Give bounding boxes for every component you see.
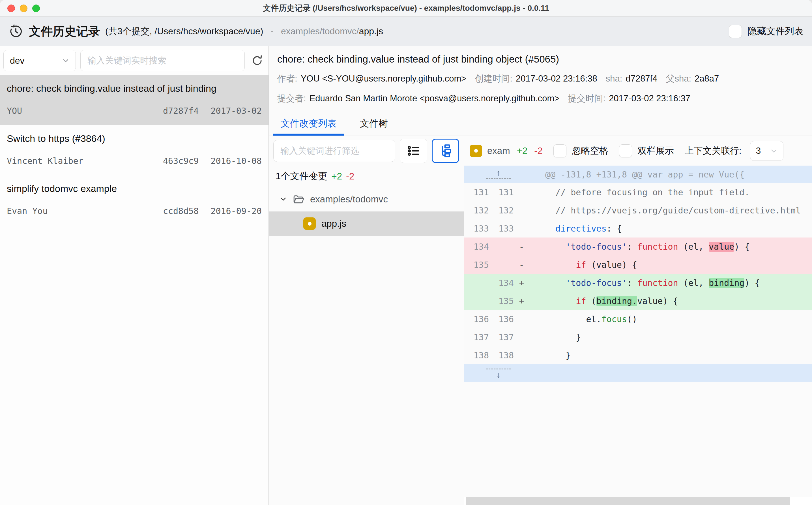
old-line-number: 138 xyxy=(464,350,489,360)
ignore-whitespace-toggle[interactable]: 忽略空格 xyxy=(553,144,608,157)
new-line-number: 134 xyxy=(489,278,514,288)
hide-file-list-label: 隐藏文件列表 xyxy=(748,25,804,38)
commit-item-meta: YOUd7287f42017-03-02 xyxy=(7,106,262,116)
parent-sha-label: 父sha: xyxy=(666,73,691,85)
sha-value: d7287f4 xyxy=(625,73,657,84)
file-change-summary: 1个文件变更 +2 -2 xyxy=(269,166,464,187)
context-lines-select[interactable]: 3 xyxy=(750,141,783,161)
expand-up-button[interactable]: ↑ xyxy=(464,169,533,180)
commit-list-item[interactable]: Switch to https (#3864)Vincent Klaiber46… xyxy=(0,125,269,175)
diff-file-info: exam +2 -2 xyxy=(470,145,543,157)
diff-sign: + xyxy=(514,278,529,288)
hide-file-list-toggle[interactable]: 隐藏文件列表 xyxy=(729,25,804,38)
diff-empty-area xyxy=(464,382,812,497)
added-lines-count: +2 xyxy=(331,171,342,182)
scrollbar-thumb[interactable] xyxy=(466,497,790,505)
two-column-checkbox[interactable] xyxy=(619,144,632,157)
sha-label: sha: xyxy=(606,73,622,84)
diff-code: el.focus() xyxy=(533,314,812,324)
arrow-down-icon: ↓ xyxy=(496,370,501,379)
diff-gutter: ↑ xyxy=(464,166,533,183)
diff-line-ctx: 133133 directives: { xyxy=(464,219,812,237)
commit-item-date: 2016-10-08 xyxy=(211,156,262,166)
list-view-button[interactable] xyxy=(400,139,427,163)
diff-body: ↑@@ -131,8 +131,8 @@ var app = new Vue({… xyxy=(464,166,812,505)
commit-list: chore: check binding.value instead of ju… xyxy=(0,75,269,505)
committer-value: Eduardo San Martin Morote <posva@users.n… xyxy=(309,94,560,104)
new-line-number: 137 xyxy=(489,332,514,342)
commit-item-title: Switch to https (#3864) xyxy=(7,133,262,144)
app-title: 文件历史记录 xyxy=(29,23,100,39)
diff-gutter: 136136 xyxy=(464,310,533,328)
close-window-button[interactable] xyxy=(7,5,15,12)
new-line-number: 132 xyxy=(489,205,514,215)
commit-list-item[interactable]: simplify todomvc exampleEvan Youccd8d582… xyxy=(0,175,269,225)
diff-gutter: 132132 xyxy=(464,201,533,219)
author-label: 作者: xyxy=(277,73,297,85)
diff-line-ctx: 131131 // before focusing on the input f… xyxy=(464,183,812,201)
old-line-number: 133 xyxy=(464,224,489,233)
diff-sign: - xyxy=(514,242,529,251)
branch-select[interactable]: dev xyxy=(3,50,76,71)
diff-code: } xyxy=(533,350,812,360)
diff-gutter: 137137 xyxy=(464,328,533,346)
sidebar-controls: dev xyxy=(0,46,269,75)
commit-item-sha: d7287f4 xyxy=(163,106,199,116)
app-window: 文件历史记录 (/Users/hcs/workspace/vue) - exam… xyxy=(0,0,812,505)
expand-down-button[interactable]: ↓ xyxy=(464,367,533,379)
diff-gutter: 134- xyxy=(464,237,533,256)
diff-code: } xyxy=(533,332,812,342)
old-line-number: 136 xyxy=(464,314,489,324)
diff-code: 'todo-focus': function (el, binding) { xyxy=(533,278,812,288)
zoom-window-button[interactable] xyxy=(32,5,40,12)
hide-file-list-checkbox[interactable] xyxy=(729,25,742,38)
diff-panel: exam +2 -2 忽略空格 双栏展示 上 xyxy=(464,136,812,505)
tree-view-button[interactable] xyxy=(432,139,459,163)
tab-file-tree[interactable]: 文件树 xyxy=(352,111,395,136)
commit-list-item[interactable]: chore: check binding.value instead of ju… xyxy=(0,75,269,125)
diff-gutter: ↓ xyxy=(464,364,533,382)
commit-search-input[interactable] xyxy=(87,55,238,66)
diff-horizontal-scrollbar xyxy=(464,497,812,505)
main-panel: chore: check binding.value instead of ju… xyxy=(269,46,812,505)
commit-item-sha: ccd8d58 xyxy=(163,206,199,216)
context-lines-group: 上下文关联行: 3 xyxy=(685,141,783,161)
commit-item-author: YOU xyxy=(7,106,22,116)
ignore-whitespace-checkbox[interactable] xyxy=(553,144,566,157)
file-filter-row xyxy=(269,136,464,166)
diff-line-hunk: ↑@@ -131,8 +131,8 @@ var app = new Vue({ xyxy=(464,166,812,183)
old-line-number: 134 xyxy=(464,242,489,251)
author-value: YOU <S-YOU@users.noreply.github.com> xyxy=(301,73,467,84)
old-line-number: 132 xyxy=(464,205,489,215)
diff-line-add: 135+ if (binding.value) { xyxy=(464,292,812,310)
diff-code: if (value) { xyxy=(533,260,812,270)
diff-line-add: 134+ 'todo-focus': function (el, binding… xyxy=(464,274,812,292)
diff-added-count: +2 xyxy=(517,146,528,156)
diff-line-del: 134- 'todo-focus': function (el, value) … xyxy=(464,237,812,256)
chevron-down-icon xyxy=(770,147,778,155)
diff-line-ctx: 136136 el.focus() xyxy=(464,310,812,328)
refresh-button[interactable] xyxy=(249,53,265,68)
ignore-whitespace-label: 忽略空格 xyxy=(572,145,608,157)
tree-file-row-selected[interactable]: app.js xyxy=(269,211,464,236)
tree-folder-row[interactable]: examples/todomvc xyxy=(269,187,464,211)
commit-item-date: 2017-03-02 xyxy=(211,106,262,116)
commit-time-value: 2017-03-02 23:16:37 xyxy=(609,94,690,104)
commit-sidebar: dev chore: check binding.value instead o… xyxy=(0,46,269,505)
diff-code: 'todo-focus': function (el, value) { xyxy=(533,242,812,251)
new-line-number: 138 xyxy=(489,350,514,360)
commit-item-author: Vincent Klaiber xyxy=(7,156,83,166)
header-summary: (共3个提交, /Users/hcs/workspace/vue) xyxy=(105,25,263,38)
two-column-toggle[interactable]: 双栏展示 xyxy=(619,144,674,157)
file-change-count: 1个文件变更 xyxy=(276,170,327,183)
diff-line-expand: ↓ xyxy=(464,364,812,382)
diff-toolbar: exam +2 -2 忽略空格 双栏展示 上 xyxy=(464,136,812,166)
commit-meta-row-2: 提交者: Eduardo San Martin Morote <posva@us… xyxy=(277,93,804,105)
diff-line-del: 135- if (value) { xyxy=(464,256,812,274)
file-filter-input[interactable] xyxy=(280,146,389,156)
context-lines-value: 3 xyxy=(756,146,761,156)
header-dash: - xyxy=(270,26,274,36)
tab-file-change-list[interactable]: 文件改变列表 xyxy=(273,111,344,136)
header-path-file: app.js xyxy=(359,26,383,36)
minimize-window-button[interactable] xyxy=(20,5,27,12)
